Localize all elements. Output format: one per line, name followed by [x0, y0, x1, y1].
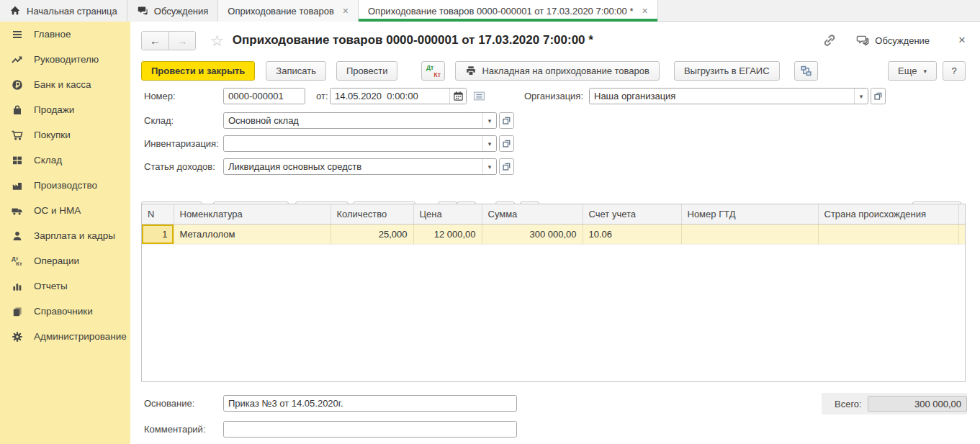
- cell-amount[interactable]: 300 000,00: [482, 224, 583, 244]
- chat-icon: [137, 5, 148, 17]
- cell-filler: [958, 224, 965, 244]
- cell-row-number[interactable]: 1: [142, 224, 174, 244]
- dt-kt-postings-button[interactable]: ДтКт: [421, 61, 445, 81]
- pallet-grid-icon: [11, 154, 23, 166]
- comment-label: Комментарий:: [144, 423, 206, 435]
- discussion-button[interactable]: Обсуждение: [855, 34, 930, 47]
- col-header-amount[interactable]: Сумма: [482, 204, 583, 224]
- table-row[interactable]: 1 Металлолом 25,000 12 000,00 300 000,00…: [142, 224, 965, 244]
- sidebar-item-operations[interactable]: ДтКт Операции: [0, 248, 130, 273]
- warehouse-dropdown-icon[interactable]: ▾: [482, 113, 496, 128]
- bar-chart-icon: [11, 280, 23, 292]
- sidebar-item-reports[interactable]: Отчеты: [0, 273, 130, 299]
- sidebar-item-sales[interactable]: Продажи: [0, 97, 130, 122]
- items-table: N Номенклатура Количество Цена Сумма Сче…: [141, 204, 966, 382]
- tab-discussions[interactable]: Обсуждения: [127, 0, 219, 22]
- organization-open-button[interactable]: [871, 88, 886, 104]
- menu-icon: [11, 28, 23, 40]
- inventory-input[interactable]: [224, 136, 482, 151]
- cell-account[interactable]: 10.06: [583, 224, 681, 244]
- col-header-n[interactable]: N: [142, 204, 174, 224]
- truck-icon: [11, 204, 23, 217]
- organization-input[interactable]: [590, 89, 854, 104]
- tab-label: Оприходование товаров: [228, 6, 333, 17]
- sidebar-item-bank-cash[interactable]: Банк и касса: [0, 72, 130, 97]
- calendar-icon[interactable]: [449, 89, 466, 104]
- cell-quantity[interactable]: 25,000: [331, 224, 413, 244]
- income-item-dropdown-icon[interactable]: ▾: [482, 159, 496, 174]
- comment-input[interactable]: [224, 422, 516, 437]
- cell-gtd[interactable]: [681, 224, 818, 244]
- sidebar-item-main[interactable]: Главное: [0, 22, 130, 47]
- tab-bar: Начальная страница Обсуждения Оприходова…: [0, 0, 980, 22]
- sidebar-item-administration[interactable]: Администрирование: [0, 324, 130, 349]
- sidebar-item-warehouse[interactable]: Склад: [0, 148, 130, 173]
- help-button[interactable]: ?: [943, 61, 966, 81]
- inventory-dropdown-icon[interactable]: ▾: [482, 136, 496, 151]
- printer-icon: [465, 65, 477, 76]
- post-button[interactable]: Провести: [336, 61, 398, 81]
- basis-label: Основание:: [144, 397, 194, 409]
- col-header-gtd[interactable]: Номер ГТД: [681, 204, 818, 224]
- sidebar-item-payroll[interactable]: Зарплата и кадры: [0, 223, 130, 248]
- gear-icon: [11, 330, 23, 343]
- history-nav-group: ← →: [141, 31, 196, 50]
- save-button[interactable]: Записать: [266, 61, 326, 81]
- tab-home[interactable]: Начальная страница: [0, 0, 127, 22]
- factory-icon: [11, 179, 23, 191]
- print-invoice-button[interactable]: Накладная на оприходование товаров: [455, 61, 659, 81]
- basis-input[interactable]: [224, 396, 516, 411]
- document-journal-icon[interactable]: [471, 88, 487, 104]
- cell-country[interactable]: [818, 224, 958, 244]
- tabbar-filler: [658, 0, 980, 21]
- number-input[interactable]: [224, 89, 305, 104]
- forward-button[interactable]: →: [168, 32, 195, 50]
- tab-close-icon[interactable]: ×: [343, 5, 349, 17]
- cell-nomenclature[interactable]: Металлолом: [174, 224, 331, 244]
- number-label: Номер:: [144, 90, 176, 102]
- link-icon[interactable]: [822, 33, 837, 47]
- page-title: Оприходование товаров 0000-000001 от 17.…: [233, 33, 593, 47]
- warehouse-input[interactable]: [224, 113, 482, 128]
- discussion-chat-icon: [855, 34, 869, 47]
- form-more-button[interactable]: Еще▾: [888, 61, 937, 81]
- tab-goods-receipt-document[interactable]: Оприходование товаров 0000-000001 от 17.…: [359, 0, 658, 22]
- back-button[interactable]: ←: [142, 32, 168, 50]
- warehouse-open-button[interactable]: [499, 112, 514, 129]
- col-header-nomenclature[interactable]: Номенклатура: [174, 204, 331, 224]
- related-documents-button[interactable]: [794, 61, 818, 81]
- chevron-down-icon: ▾: [923, 68, 927, 75]
- shopping-cart-icon: [11, 129, 23, 141]
- discussion-label: Обсуждение: [875, 35, 930, 46]
- income-item-open-button[interactable]: [499, 158, 514, 175]
- tab-close-icon[interactable]: ×: [642, 5, 648, 17]
- col-header-account[interactable]: Счет учета: [583, 204, 681, 224]
- structure-icon: [800, 65, 812, 77]
- inventory-open-button[interactable]: [499, 135, 514, 152]
- col-header-price[interactable]: Цена: [413, 204, 482, 224]
- trending-up-icon: [11, 53, 23, 65]
- egais-export-button[interactable]: Выгрузить в ЕГАИС: [674, 61, 780, 81]
- close-form-icon[interactable]: ×: [958, 33, 966, 47]
- col-header-filler: [958, 204, 965, 224]
- table-header-row: N Номенклатура Количество Цена Сумма Сче…: [142, 204, 965, 224]
- organization-label: Организация:: [524, 90, 583, 102]
- sidebar-item-manager[interactable]: Руководителю: [0, 47, 130, 72]
- col-header-quantity[interactable]: Количество: [331, 204, 413, 224]
- sidebar-item-production[interactable]: Производство: [0, 173, 130, 198]
- total-panel: Всего: 300 000,00: [822, 393, 967, 414]
- favorite-star-icon[interactable]: ☆: [210, 33, 224, 48]
- sidebar-item-directories[interactable]: Справочники: [0, 299, 130, 324]
- cell-price[interactable]: 12 000,00: [413, 224, 482, 244]
- date-input[interactable]: [331, 89, 449, 104]
- sidebar-item-purchases[interactable]: Покупки: [0, 122, 130, 148]
- inventory-label: Инвентаризация:: [144, 137, 219, 150]
- post-and-close-button[interactable]: Провести и закрыть: [141, 61, 255, 81]
- col-header-country[interactable]: Страна происхождения: [818, 204, 958, 224]
- income-item-input[interactable]: [224, 159, 482, 174]
- tab-goods-receipt-list[interactable]: Оприходование товаров ×: [218, 0, 359, 22]
- income-item-label: Статья доходов:: [144, 160, 215, 173]
- organization-dropdown-icon[interactable]: ▾: [854, 89, 868, 104]
- sidebar-item-fixed-assets[interactable]: ОС и НМА: [0, 198, 130, 223]
- dt-kt-icon: ДтКт: [426, 64, 441, 78]
